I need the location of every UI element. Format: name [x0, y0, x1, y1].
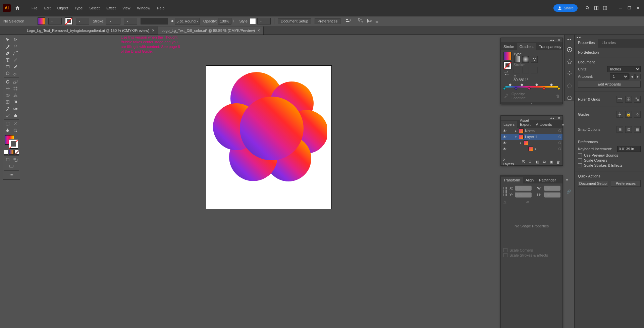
layer-twirl-icon[interactable]: ▸	[514, 129, 518, 132]
lasso-tool-icon[interactable]	[11, 43, 19, 50]
tab-pathfinder[interactable]: Pathfinder	[536, 177, 558, 183]
panel-menu-icon[interactable]: ☰	[375, 19, 379, 23]
color-mode-none[interactable]	[14, 150, 19, 155]
gradient-color-stop[interactable]	[503, 87, 506, 90]
magic-wand-tool-icon[interactable]	[4, 43, 11, 50]
transform-h-input[interactable]	[544, 192, 560, 198]
hand-tool-icon[interactable]	[4, 127, 11, 134]
use-preview-bounds-checkbox[interactable]	[578, 153, 582, 157]
panel-menu-icon[interactable]: ≡	[564, 177, 570, 183]
guides-visibility-icon[interactable]: ┼	[616, 111, 623, 118]
pen-tool-icon[interactable]	[4, 50, 11, 57]
tab-properties[interactable]: Properties	[575, 39, 598, 48]
panel-menu-icon[interactable]: ≡	[560, 121, 566, 128]
snap-options-icon[interactable]	[367, 18, 372, 24]
slice-tool-icon[interactable]	[11, 120, 19, 127]
snap-to-point-icon[interactable]: ⊡	[625, 126, 632, 133]
gradient-type-freeform[interactable]	[531, 56, 538, 63]
fill-stroke-indicator[interactable]	[5, 135, 18, 149]
window-minimize-icon[interactable]: ─	[617, 5, 624, 11]
grid-toggle-icon[interactable]	[625, 96, 632, 103]
menu-object[interactable]: Object	[54, 6, 71, 10]
layer-visibility-icon[interactable]: 👁	[502, 129, 507, 133]
layer-target-icon[interactable]	[558, 148, 561, 150]
units-select[interactable]: Inches	[607, 66, 641, 72]
shear-input[interactable]	[532, 200, 546, 204]
brush-preview[interactable]	[141, 18, 168, 24]
snap-to-grid-icon[interactable]: ▦	[634, 126, 641, 133]
search-layer-icon[interactable]	[528, 160, 533, 164]
gradient-angle-input[interactable]: 30.8811°	[514, 78, 535, 82]
shaper-tool-icon[interactable]	[4, 70, 11, 77]
quick-preferences-button[interactable]: Preferences	[611, 180, 641, 187]
window-restore-icon[interactable]: ❐	[626, 5, 633, 11]
snap-to-pixel-icon[interactable]: ⊞	[616, 126, 623, 133]
color-mode-solid[interactable]	[4, 150, 8, 155]
tab-transform[interactable]: Transform	[501, 177, 523, 183]
smart-guides-icon[interactable]: ✧	[634, 111, 641, 118]
gradient-color-stop[interactable]	[528, 87, 531, 90]
transform-w-input[interactable]	[544, 185, 560, 191]
guides-lock-icon[interactable]: 🔒	[625, 111, 632, 118]
column-graph-tool-icon[interactable]	[11, 112, 19, 119]
scale-strokes-checkbox[interactable]	[578, 163, 582, 167]
arrange-documents-icon[interactable]	[593, 5, 600, 11]
symbols-panel-icon[interactable]	[566, 95, 573, 101]
reverse-gradient-icon[interactable]	[503, 71, 512, 76]
variable-width-profile[interactable]	[124, 18, 137, 24]
align-flyout-icon[interactable]	[345, 18, 351, 24]
menu-file[interactable]: File	[28, 6, 41, 10]
tab-align[interactable]: Align	[523, 177, 536, 183]
new-layer-icon[interactable]: ▣	[549, 160, 553, 164]
paintbrush-tool-icon[interactable]	[11, 63, 19, 70]
width-tool-icon[interactable]	[4, 85, 11, 92]
panel-collapse-icon[interactable]: ◂◂ ✕	[501, 38, 562, 42]
gradient-color-stop[interactable]	[557, 87, 560, 90]
reference-point-locator[interactable]	[503, 187, 507, 196]
stop-color-picker-icon[interactable]	[503, 93, 509, 99]
artboard[interactable]	[206, 66, 331, 209]
tab-libraries[interactable]: Libraries	[598, 39, 619, 48]
rotate-input[interactable]	[509, 200, 524, 204]
fill-dropdown[interactable]	[48, 18, 62, 24]
document-setup-button[interactable]: Document Setup	[278, 18, 311, 24]
free-transform-tool-icon[interactable]	[11, 85, 19, 92]
menu-window[interactable]: Window	[134, 6, 154, 10]
selection-tool-icon[interactable]	[4, 37, 11, 43]
gradient-slider[interactable]	[503, 84, 560, 90]
home-icon[interactable]	[13, 4, 21, 12]
transform-scale-corners-checkbox[interactable]	[503, 248, 507, 252]
gradient-tool-icon[interactable]	[11, 99, 19, 105]
color-panel-icon[interactable]	[566, 46, 573, 53]
layer-visibility-icon[interactable]: 👁	[502, 141, 507, 145]
menu-select[interactable]: Select	[86, 6, 103, 10]
layer-row[interactable]: 👁 ▸ Notes	[501, 128, 562, 134]
type-tool-icon[interactable]	[4, 57, 11, 63]
tab-artboards[interactable]: Artboards	[533, 121, 555, 128]
brush-definition-dropdown[interactable]: 5 pt. Round	[175, 18, 200, 24]
edit-artboards-button[interactable]: Edit Artboards	[578, 81, 641, 88]
swatches-panel-icon[interactable]	[566, 70, 573, 77]
delete-stop-icon[interactable]: 🗑	[556, 94, 560, 98]
transform-y-input[interactable]	[515, 192, 532, 198]
tab-layers[interactable]: Layers	[501, 121, 517, 128]
style-swatch[interactable]	[250, 18, 256, 24]
stroke-grad-within[interactable]	[514, 67, 520, 73]
document-tab-2[interactable]: Logo_Lg_Text_Diff_color.ai* @ 88.89 % (C…	[158, 26, 264, 35]
stroke-dropdown[interactable]	[76, 18, 89, 24]
constrain-proportions-icon[interactable]: 🔗	[567, 189, 571, 194]
eraser-tool-icon[interactable]	[11, 70, 19, 77]
layer-target-icon[interactable]	[558, 142, 561, 144]
menu-effect[interactable]: Effect	[103, 6, 119, 10]
scale-corners-checkbox[interactable]	[578, 158, 582, 162]
workspace-switcher-icon[interactable]	[602, 5, 608, 11]
rectangle-tool-icon[interactable]	[4, 63, 11, 70]
menu-view[interactable]: View	[119, 6, 134, 10]
make-clipping-mask-icon[interactable]: ◧	[535, 160, 540, 164]
layer-row[interactable]: 👁 <...	[501, 146, 562, 152]
gpu-preview-icon[interactable]	[358, 18, 363, 24]
direct-selection-tool-icon[interactable]	[11, 37, 19, 43]
stroke-grad-along[interactable]	[522, 67, 529, 73]
layer-visibility-icon[interactable]: 👁	[502, 135, 507, 139]
gradient-type-radial[interactable]	[522, 56, 529, 63]
